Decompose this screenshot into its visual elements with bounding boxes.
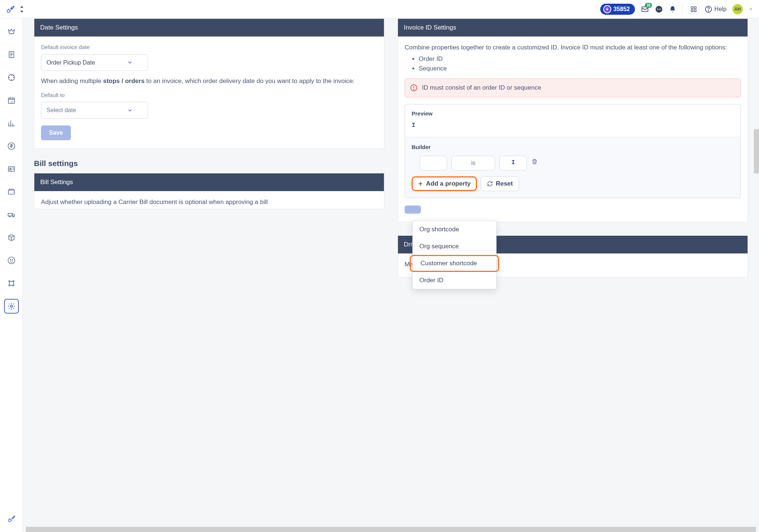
dropdown-org-shortcode[interactable]: Org shortcode bbox=[413, 221, 496, 238]
sidebar-dollar-icon[interactable] bbox=[4, 139, 19, 153]
topbar: 35852 38 Help AH bbox=[0, 0, 759, 18]
multi-stops-text: When adding multiple stops / orders to a… bbox=[41, 77, 377, 86]
svg-text:31: 31 bbox=[10, 100, 13, 103]
default-invoice-date-select[interactable]: Order Pickup Date bbox=[41, 54, 148, 71]
svg-point-5 bbox=[660, 8, 661, 9]
svg-point-24 bbox=[10, 259, 11, 260]
svg-point-30 bbox=[10, 305, 13, 307]
add-property-button[interactable]: Add a property bbox=[412, 176, 477, 191]
builder-label: Builder bbox=[412, 143, 734, 151]
builder-slot-3[interactable]: I bbox=[499, 156, 527, 170]
delete-row-icon[interactable] bbox=[531, 158, 538, 168]
chevron-down-icon bbox=[127, 107, 133, 113]
svg-point-3 bbox=[657, 8, 658, 9]
bill-settings-card: Bill Settings Adjust whether uploading a… bbox=[34, 173, 384, 210]
sidebar-document-icon[interactable] bbox=[4, 47, 19, 62]
save-button-date[interactable]: Save bbox=[41, 125, 71, 140]
sidebar-chart-icon[interactable] bbox=[4, 116, 19, 131]
default-to-label: Default to bbox=[41, 91, 377, 99]
preview-label: Preview bbox=[412, 110, 734, 118]
bill-settings-text: Adjust whether uploading a Carrier Bill … bbox=[41, 198, 377, 207]
sidebar-face-icon[interactable] bbox=[4, 253, 19, 268]
invoice-id-intro: Combine properties together to create a … bbox=[405, 43, 741, 52]
svg-point-0 bbox=[11, 8, 12, 8]
sidebar-calendar-icon[interactable]: 31 bbox=[4, 93, 19, 108]
svg-point-27 bbox=[13, 281, 14, 282]
svg-point-28 bbox=[8, 285, 10, 286]
date-settings-header: Date Settings bbox=[34, 19, 384, 37]
sidebar-target-icon[interactable] bbox=[4, 70, 19, 85]
validation-alert: ID must consist of an order ID or sequen… bbox=[405, 79, 741, 97]
svg-point-29 bbox=[13, 285, 14, 286]
preview-value: I bbox=[412, 121, 734, 130]
svg-point-26 bbox=[8, 281, 10, 282]
reset-button[interactable]: Reset bbox=[481, 176, 519, 191]
invoice-id-card: Invoice ID Settings Combine properties t… bbox=[398, 18, 748, 222]
chat-icon[interactable] bbox=[655, 5, 663, 13]
bill-settings-header: Bill Settings bbox=[34, 173, 384, 191]
sidebar-tray-icon[interactable] bbox=[4, 24, 19, 39]
sidebar-package-icon[interactable] bbox=[4, 230, 19, 245]
plus-icon bbox=[418, 181, 423, 186]
dropdown-order-id[interactable]: Order ID bbox=[413, 272, 496, 289]
svg-point-23 bbox=[8, 257, 14, 264]
date-settings-card: Date Settings Default invoice date Order… bbox=[34, 18, 384, 149]
sidebar-rocket-bottom-icon[interactable] bbox=[4, 511, 19, 526]
rocket-icon[interactable] bbox=[6, 5, 15, 14]
horizontal-scrollbar[interactable] bbox=[23, 527, 759, 532]
svg-point-25 bbox=[12, 259, 13, 260]
bolt-icon bbox=[603, 5, 611, 13]
svg-rect-8 bbox=[691, 10, 693, 11]
points-pill[interactable]: 35852 bbox=[600, 4, 635, 15]
builder-slot-2[interactable]: is bbox=[451, 156, 495, 170]
svg-point-4 bbox=[659, 8, 659, 9]
sidebar-network-icon[interactable] bbox=[4, 276, 19, 291]
svg-rect-7 bbox=[694, 7, 696, 8]
bell-icon[interactable] bbox=[669, 5, 676, 13]
bill-section-title: Bill settings bbox=[34, 159, 384, 168]
help-link[interactable]: Help bbox=[705, 6, 727, 13]
default-invoice-date-label: Default invoice date bbox=[41, 43, 377, 51]
default-to-select[interactable]: Select date bbox=[41, 102, 148, 118]
dropdown-customer-shortcode[interactable]: Customer shortcode bbox=[410, 255, 499, 272]
content-area: Date Settings Default invoice date Order… bbox=[23, 18, 759, 532]
avatar[interactable]: AH bbox=[732, 4, 743, 14]
caret-down-icon[interactable] bbox=[749, 7, 753, 11]
property-dropdown: Org shortcode Org sequence Customer shor… bbox=[412, 221, 497, 289]
sidebar: 31 bbox=[0, 18, 23, 532]
help-icon bbox=[705, 6, 712, 13]
svg-point-32 bbox=[413, 89, 414, 89]
preview-builder-box: Preview I Builder is I bbox=[405, 104, 741, 198]
svg-rect-19 bbox=[8, 190, 14, 194]
apps-icon[interactable] bbox=[688, 4, 699, 14]
save-button-invoice[interactable] bbox=[405, 205, 421, 214]
builder-slot-1[interactable] bbox=[420, 156, 447, 170]
invoice-id-header: Invoice ID Settings bbox=[398, 19, 748, 37]
inbox-icon[interactable]: 38 bbox=[641, 5, 649, 13]
sort-icon[interactable] bbox=[19, 6, 24, 13]
notif-badge: 38 bbox=[645, 3, 652, 8]
points-value: 35852 bbox=[614, 6, 630, 13]
sidebar-wallet-icon[interactable] bbox=[4, 184, 19, 199]
chevron-down-icon bbox=[127, 59, 133, 65]
vertical-scrollbar[interactable] bbox=[754, 18, 759, 527]
svg-point-18 bbox=[10, 168, 11, 169]
sidebar-truck-icon[interactable] bbox=[4, 207, 19, 222]
refresh-icon bbox=[487, 181, 493, 187]
dropdown-org-sequence[interactable]: Org sequence bbox=[413, 238, 496, 255]
svg-rect-9 bbox=[694, 10, 696, 11]
sidebar-settings-icon[interactable] bbox=[4, 299, 19, 314]
alert-icon bbox=[410, 84, 418, 91]
svg-rect-6 bbox=[691, 7, 693, 8]
required-list: Order ID Sequence bbox=[419, 55, 741, 73]
svg-point-11 bbox=[708, 10, 708, 11]
sidebar-id-icon[interactable] bbox=[4, 162, 19, 176]
